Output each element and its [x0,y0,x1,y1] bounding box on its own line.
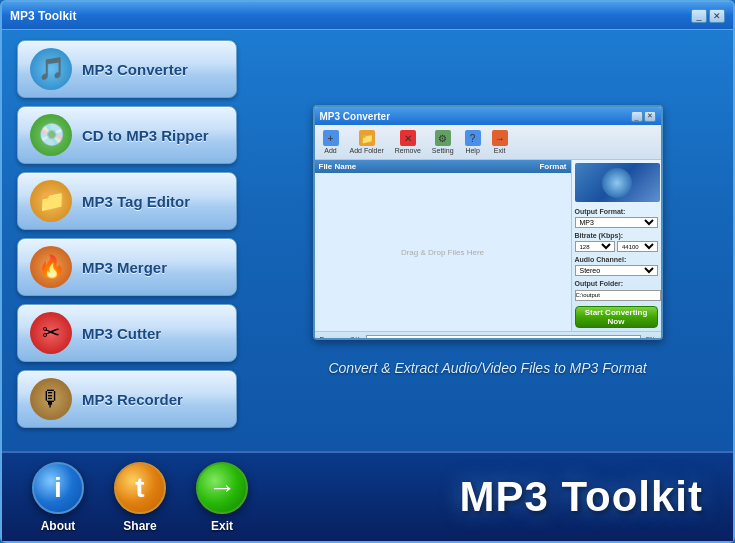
title-bar: MP3 Toolkit _ ✕ [2,2,733,30]
about-icon: i [32,462,84,514]
main-window: MP3 Toolkit _ ✕ 🎵 MP3 Converter 💿 CD to … [0,0,735,543]
description-text: Convert & Extract Audio/Video Files to M… [328,360,646,376]
setting-icon: ⚙ [435,130,451,146]
disc-icon [602,168,632,198]
preview-remove-button[interactable]: ✕ Remove [391,128,425,156]
ripper-icon: 💿 [30,114,72,156]
merger-label: MP3 Merger [82,259,167,276]
converter-icon: 🎵 [30,48,72,90]
progress-area: Progress (%): 0% [315,331,661,340]
add-folder-icon: 📁 [359,130,375,146]
exit-icon: → [196,462,248,514]
preview-toolbar: + Add 📁 Add Folder ✕ Remove ⚙ Setting [315,125,661,160]
preview-add-button[interactable]: + Add [319,128,343,156]
recorder-label: MP3 Recorder [82,391,183,408]
app-title: MP3 Toolkit [459,473,703,521]
ripper-label: CD to MP3 Ripper [82,127,209,144]
left-panel: 🎵 MP3 Converter 💿 CD to MP3 Ripper 📁 MP3… [17,40,237,441]
remove-icon: ✕ [400,130,416,146]
merger-icon: 🔥 [30,246,72,288]
window-title: MP3 Toolkit [10,9,76,23]
preview-window: MP3 Converter _ ✕ + Add 📁 Add Folder [313,105,663,340]
rate-select[interactable]: 44100 [617,241,658,252]
cutter-button[interactable]: ✂ MP3 Cutter [17,304,237,362]
recorder-button[interactable]: 🎙 MP3 Recorder [17,370,237,428]
preview-exit-button[interactable]: → Exit [488,128,512,156]
progress-bar [366,335,641,340]
merger-button[interactable]: 🔥 MP3 Merger [17,238,237,296]
tag-label: MP3 Tag Editor [82,193,190,210]
right-panel: MP3 Converter _ ✕ + Add 📁 Add Folder [257,40,718,441]
mp3-converter-button[interactable]: 🎵 MP3 Converter [17,40,237,98]
tag-icon: 📁 [30,180,72,222]
start-converting-button[interactable]: Start Converting Now [575,306,658,328]
format-header: Format [517,162,567,171]
output-format-label: Output Format: [575,208,658,215]
converter-label: MP3 Converter [82,61,188,78]
preview-controls: _ ✕ [631,111,656,122]
preview-body: File Name Format Drag & Drop Files Here [315,160,661,331]
album-art [575,163,660,202]
window-controls: _ ✕ [691,9,725,23]
preview-minimize[interactable]: _ [631,111,643,122]
share-icon: t [114,462,166,514]
output-folder-input[interactable] [575,290,661,301]
progress-value: 0% [645,336,655,341]
output-format-select[interactable]: MP3 [575,217,658,228]
preview-titlebar: MP3 Converter _ ✕ [315,107,661,125]
help-icon: ? [465,130,481,146]
preview-add-folder-button[interactable]: 📁 Add Folder [346,128,388,156]
output-folder-label: Output Folder: [575,280,658,287]
recorder-icon: 🎙 [30,378,72,420]
cd-ripper-button[interactable]: 💿 CD to MP3 Ripper [17,106,237,164]
drop-area[interactable]: Drag & Drop Files Here [315,173,571,331]
progress-label: Progress (%): [320,336,363,341]
minimize-button[interactable]: _ [691,9,707,23]
filename-header: File Name [319,162,517,171]
audio-channel-select[interactable]: Stereo [575,265,658,276]
preview-help-button[interactable]: ? Help [461,128,485,156]
cutter-label: MP3 Cutter [82,325,161,342]
bitrate-select[interactable]: 128 [575,241,616,252]
preview-sidebar: Output Format: MP3 Bitrate (Kbps): 128 4… [571,160,661,331]
exit-label: Exit [211,519,233,533]
preview-title: MP3 Converter [320,111,391,122]
preview-setting-button[interactable]: ⚙ Setting [428,128,458,156]
share-button[interactable]: t Share [114,462,166,533]
bottom-bar: i About t Share → Exit MP3 Toolkit [2,451,733,541]
main-content: 🎵 MP3 Converter 💿 CD to MP3 Ripper 📁 MP3… [2,30,733,451]
audio-channel-label: Audio Channel: [575,256,658,263]
exit-button[interactable]: → Exit [196,462,248,533]
filelist-header: File Name Format [315,160,571,173]
preview-filelist: File Name Format Drag & Drop Files Here [315,160,571,331]
share-label: Share [123,519,156,533]
output-folder-row: Browse [575,289,658,301]
tag-editor-button[interactable]: 📁 MP3 Tag Editor [17,172,237,230]
about-label: About [41,519,76,533]
about-button[interactable]: i About [32,462,84,533]
exit-preview-icon: → [492,130,508,146]
bitrate-row: 128 44100 [575,241,658,252]
cutter-icon: ✂ [30,312,72,354]
preview-close[interactable]: ✕ [644,111,656,122]
add-icon: + [323,130,339,146]
bitrate-label: Bitrate (Kbps): [575,232,658,239]
close-button[interactable]: ✕ [709,9,725,23]
